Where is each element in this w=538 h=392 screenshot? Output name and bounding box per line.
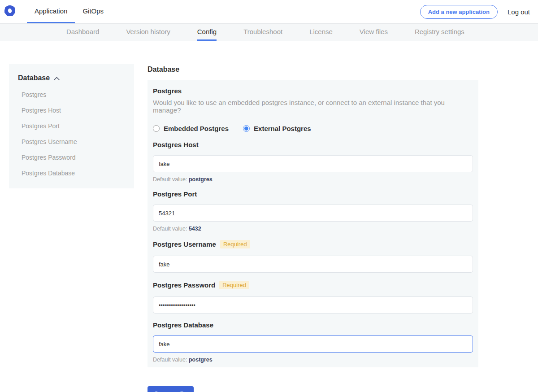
radio-unselected-icon — [153, 125, 160, 132]
radio-external-label: External Postgres — [254, 125, 311, 132]
radio-selected-icon — [243, 125, 250, 132]
default-value-line: Default value: postgres — [153, 176, 473, 183]
required-badge: Required — [219, 281, 249, 289]
header-tabs: Application GitOps — [27, 0, 111, 23]
postgres-port-input[interactable] — [153, 205, 473, 222]
sidebar-group-label: Database — [18, 74, 50, 82]
kots-logo-icon — [4, 5, 15, 18]
content-area: Database Postgres Postgres Host Postgres… — [0, 41, 538, 392]
field-label: Postgres Password — [153, 282, 215, 288]
config-sidebar: Database Postgres Postgres Host Postgres… — [9, 64, 134, 188]
field-label-row: Postgres Port — [153, 191, 473, 197]
field-label: Postgres Port — [153, 191, 197, 197]
default-value: postgres — [189, 176, 213, 183]
tab-troubleshoot[interactable]: Troubleshoot — [243, 24, 282, 41]
radio-external-postgres[interactable]: External Postgres — [243, 125, 311, 132]
header-spacer — [111, 0, 420, 23]
default-value: postgres — [189, 357, 213, 363]
tab-license[interactable]: License — [309, 24, 333, 41]
tab-view-files[interactable]: View files — [360, 24, 388, 41]
tab-version-history[interactable]: Version history — [126, 24, 170, 41]
default-value-prefix: Default value: — [153, 357, 187, 363]
field-label: Postgres Database — [153, 322, 213, 328]
add-new-application-button[interactable]: Add a new application — [420, 5, 498, 19]
tab-registry-settings[interactable]: Registry settings — [415, 24, 464, 41]
sidebar-item-postgres-host[interactable]: Postgres Host — [22, 107, 125, 113]
postgres-password-input[interactable] — [153, 296, 473, 314]
app-logo[interactable] — [4, 0, 15, 23]
radio-embedded-label: Embedded Postgres — [164, 125, 229, 132]
tab-application[interactable]: Application — [27, 0, 75, 23]
field-label: Postgres Host — [153, 141, 199, 148]
sidebar-item-postgres-password[interactable]: Postgres Password — [22, 154, 125, 161]
postgres-radio-group: Embedded Postgres External Postgres — [153, 125, 473, 132]
field-postgres-password: Postgres Password Required — [153, 281, 473, 314]
config-group-card: Postgres Would you like to use an embedd… — [148, 80, 478, 367]
chevron-up-icon — [54, 74, 60, 82]
postgres-host-input[interactable] — [153, 155, 473, 172]
top-header: Application GitOps Add a new application… — [0, 0, 538, 23]
default-value-line: Default value: 5432 — [153, 226, 473, 232]
field-postgres-port: Postgres Port Default value: 5432 — [153, 191, 473, 232]
postgres-username-input[interactable] — [153, 256, 473, 273]
tab-gitops[interactable]: GitOps — [75, 0, 111, 23]
field-postgres-username: Postgres Username Required — [153, 240, 473, 273]
tab-config[interactable]: Config — [197, 24, 217, 41]
page-title: Database — [148, 65, 478, 74]
radio-embedded-postgres[interactable]: Embedded Postgres — [153, 125, 229, 132]
field-label: Postgres Username — [153, 241, 216, 248]
field-label-row: Postgres Username Required — [153, 240, 473, 248]
group-title-postgres: Postgres — [153, 87, 473, 95]
default-value-prefix: Default value: — [153, 226, 187, 232]
postgres-help-text: Would you like to use an embedded postgr… — [153, 99, 473, 114]
save-config-button[interactable]: Save config — [148, 386, 194, 392]
sidebar-item-postgres[interactable]: Postgres — [22, 91, 125, 98]
tab-dashboard[interactable]: Dashboard — [66, 24, 99, 41]
field-label-row: Postgres Password Required — [153, 281, 473, 289]
default-value-prefix: Default value: — [153, 176, 187, 183]
field-label-row: Postgres Database — [153, 322, 473, 328]
field-postgres-host: Postgres Host Default value: postgres — [153, 141, 473, 183]
config-main: Database Postgres Would you like to use … — [148, 64, 478, 392]
header-right: Add a new application Log out — [420, 0, 530, 23]
app-subnav: Dashboard Version history Config Trouble… — [0, 23, 538, 41]
logout-button[interactable]: Log out — [508, 8, 530, 16]
required-badge: Required — [220, 240, 250, 248]
sidebar-group-database[interactable]: Database — [18, 74, 125, 82]
sidebar-item-postgres-database[interactable]: Postgres Database — [22, 170, 125, 176]
sidebar-item-postgres-username[interactable]: Postgres Username — [22, 139, 125, 145]
field-postgres-database: Postgres Database Default value: postgre… — [153, 322, 473, 363]
sidebar-item-postgres-port[interactable]: Postgres Port — [22, 123, 125, 129]
default-value: 5432 — [189, 226, 201, 232]
postgres-database-input[interactable] — [153, 335, 473, 353]
field-label-row: Postgres Host — [153, 141, 473, 148]
default-value-line: Default value: postgres — [153, 357, 473, 363]
